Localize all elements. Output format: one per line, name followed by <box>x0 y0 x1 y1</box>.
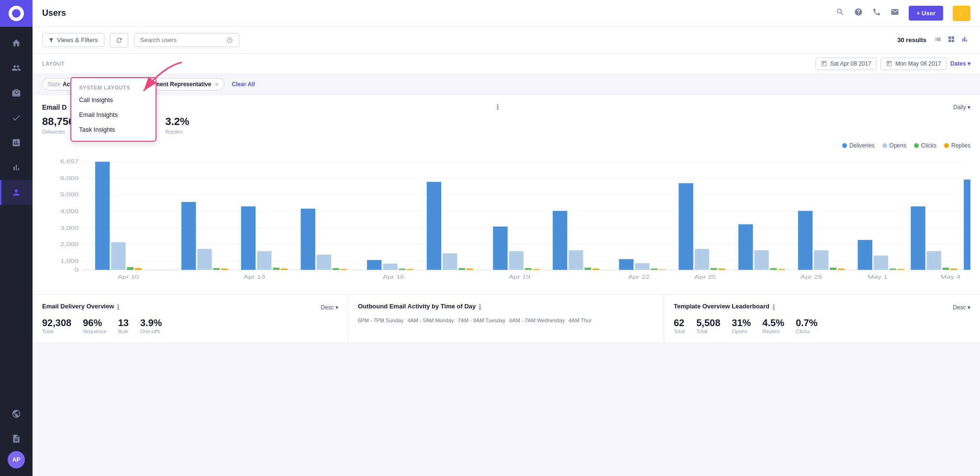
sidebar-item-bar[interactable] <box>0 155 33 180</box>
svg-rect-20 <box>135 268 142 270</box>
sidebar-item-document[interactable] <box>0 426 33 451</box>
svg-rect-44 <box>533 269 539 270</box>
svg-rect-69 <box>911 206 925 270</box>
main-content: Users + User ⚡ Views & Filters <box>33 0 980 476</box>
help-icon[interactable] <box>854 8 863 19</box>
svg-rect-42 <box>509 251 523 270</box>
panel-template-info[interactable]: ℹ <box>772 303 775 312</box>
panel-stat-oneoffs: 3.9% One-offs <box>140 317 162 334</box>
phone-icon[interactable] <box>872 8 881 19</box>
svg-rect-19 <box>127 267 134 270</box>
end-date-picker[interactable]: Mon May 08 2017 <box>880 57 947 70</box>
panel-template-desc-btn[interactable]: Desc ▾ <box>953 304 970 311</box>
stat-deliveries-value: 88,756 <box>42 115 74 128</box>
legend-clicks-dot <box>914 143 919 148</box>
svg-rect-39 <box>458 268 465 270</box>
dates-button[interactable]: Dates ▾ <box>950 60 970 67</box>
clear-all-button[interactable]: Clear All <box>232 81 255 88</box>
role-filter-close[interactable]: × <box>215 80 219 88</box>
panel-email-delivery: Email Delivery Overview ℹ Desc ▾ 92,308 … <box>33 295 348 342</box>
panel-tmpl-stat-total: 62 Total <box>674 317 685 334</box>
search-box <box>134 33 239 47</box>
stat-deliveries-label: Deliveries <box>42 129 74 135</box>
grid-view-button[interactable] <box>946 34 957 47</box>
panel-outbound-info[interactable]: ℹ <box>479 303 481 312</box>
view-icons <box>932 34 970 47</box>
page-title: Users <box>42 8 836 18</box>
sidebar: AP <box>0 0 33 476</box>
legend-opens-label: Opens <box>890 142 906 149</box>
sidebar-item-person[interactable] <box>0 180 33 205</box>
sidebar-item-globe[interactable] <box>0 401 33 426</box>
chart-info-icon[interactable]: ℹ <box>496 102 499 112</box>
svg-rect-63 <box>830 268 836 270</box>
svg-rect-26 <box>257 251 271 270</box>
panel-template-title: Template Overview Leaderboard <box>674 303 769 310</box>
chart-section: Email D ℹ Daily ▾ 88,756 Deliveries 23% … <box>33 95 980 295</box>
svg-rect-67 <box>890 269 896 270</box>
list-view-button[interactable] <box>932 34 944 47</box>
chart-view-button[interactable] <box>959 34 970 47</box>
avatar[interactable]: AP <box>8 451 25 468</box>
svg-text:Apr 25: Apr 25 <box>694 274 716 280</box>
app-logo[interactable] <box>0 0 33 27</box>
lightning-button[interactable]: ⚡ <box>953 6 970 21</box>
state-filter-label: State <box>47 81 61 88</box>
add-user-button[interactable]: + User <box>909 6 943 21</box>
svg-rect-54 <box>695 249 709 270</box>
end-date-value: Mon May 08 2017 <box>895 60 941 67</box>
refresh-button[interactable] <box>110 33 128 47</box>
svg-rect-45 <box>553 211 567 270</box>
svg-text:Apr 13: Apr 13 <box>244 274 265 280</box>
toolbar: Views & Filters 30 results <box>33 27 980 54</box>
date-toolbar: LAYOUT SYSTEM LAYOUTS Call Insights Emai… <box>33 54 980 74</box>
sidebar-item-home[interactable] <box>0 31 33 56</box>
legend-deliveries-label: Deliveries <box>849 142 875 149</box>
panel-outbound-email: Outbound Email Activity by Time of Day ℹ… <box>348 295 664 342</box>
search-input[interactable] <box>140 36 223 44</box>
layout-item-call-insights[interactable]: Call Insights <box>71 92 156 107</box>
panel-stat-sequence-label: Sequence <box>83 329 107 334</box>
svg-rect-59 <box>770 268 777 270</box>
svg-rect-40 <box>467 269 473 270</box>
svg-text:2,000: 2,000 <box>60 242 78 248</box>
svg-rect-18 <box>111 242 125 270</box>
panel-tmpl-stat-opens-label: Opens <box>732 329 751 334</box>
layout-label: LAYOUT <box>42 61 65 67</box>
svg-rect-64 <box>838 269 845 270</box>
date-pickers: Sat Apr 08 2017 Mon May 08 2017 Dates ▾ <box>815 57 970 70</box>
layout-item-email-insights[interactable]: Email Insights <box>71 107 156 122</box>
svg-rect-21 <box>181 202 196 270</box>
sidebar-bottom: AP <box>8 451 25 476</box>
start-date-picker[interactable]: Sat Apr 08 2017 <box>815 57 877 70</box>
panel-stat-bulk-value: 13 <box>118 317 129 329</box>
views-filters-button[interactable]: Views & Filters <box>42 33 104 47</box>
panel-email-delivery-info[interactable]: ℹ <box>117 303 120 312</box>
daily-dropdown-button[interactable]: Daily ▾ <box>953 104 970 111</box>
legend-replies-label: Replies <box>951 142 970 149</box>
search-icon[interactable] <box>836 8 845 19</box>
layout-item-task-insights[interactable]: Task Insights <box>71 122 156 137</box>
svg-rect-25 <box>241 206 256 270</box>
panel-stat-bulk-label: Bulk <box>118 329 129 334</box>
panel-email-delivery-desc-btn[interactable]: Desc ▾ <box>321 304 338 311</box>
panel-tmpl-stat-replies-value: 4.5% <box>762 317 784 329</box>
panel-tmpl-stat-total-value: 62 <box>674 317 685 329</box>
svg-rect-37 <box>427 182 441 270</box>
mail-icon[interactable] <box>891 8 899 19</box>
sidebar-item-tasks[interactable] <box>0 105 33 130</box>
panel-stat-total: 92,308 Total <box>42 317 71 334</box>
sidebar-item-chart[interactable] <box>0 130 33 155</box>
svg-rect-50 <box>635 263 649 270</box>
panel-tmpl-stat-total-label: Total <box>674 329 685 334</box>
start-date-value: Sat Apr 08 2017 <box>830 60 871 67</box>
panel-tmpl-stat-clicks-label: Clicks <box>796 329 818 334</box>
svg-rect-23 <box>213 268 220 270</box>
sidebar-item-users[interactable] <box>0 56 33 80</box>
sidebar-item-briefcase[interactable] <box>0 80 33 105</box>
legend-replies: Replies <box>944 142 970 149</box>
panel-tmpl-stat-opens: 31% Opens <box>732 317 751 334</box>
legend-clicks-label: Clicks <box>921 142 936 149</box>
svg-rect-68 <box>898 269 904 270</box>
panel-tmpl-stat-total2-label: Total <box>696 329 720 334</box>
